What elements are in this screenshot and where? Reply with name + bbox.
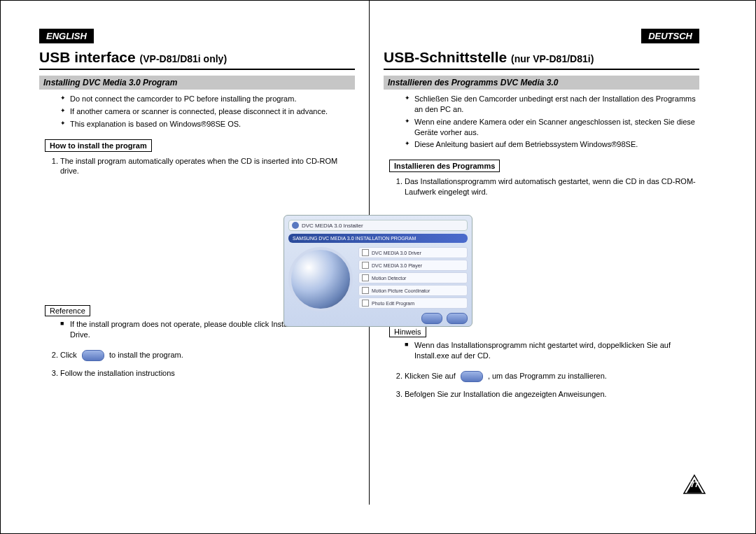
headline-main: USB interface bbox=[39, 49, 136, 65]
bullet-item: Schließen Sie den Camcorder unbedingt er… bbox=[405, 94, 699, 115]
bullet-item: Wenn eine andere Kamera oder ein Scanner… bbox=[405, 117, 699, 138]
section-bar-left: Installing DVC Media 3.0 Program bbox=[39, 76, 355, 90]
step-3: Befolgen Sie zur Installation die angeze… bbox=[405, 389, 699, 400]
subhead-right: Installieren des Programms bbox=[389, 160, 500, 172]
ref-item: Wenn das Installationsprogramm nicht ges… bbox=[405, 340, 699, 361]
intro-bullets-left: Do not connect the camcorder to PC befor… bbox=[39, 94, 355, 129]
step-2: Klicken Sie auf , um das Programm zu ins… bbox=[405, 371, 699, 382]
section-bar-right: Installieren des Programms DVC Media 3.0 bbox=[384, 76, 699, 90]
page-number: 77 bbox=[690, 480, 699, 489]
bullet-item: Diese Anleitung basiert auf dem Betriebs… bbox=[405, 139, 699, 150]
language-tag-english: ENGLISH bbox=[39, 29, 94, 43]
bullet-item: Do not connect the camcorder to PC befor… bbox=[60, 94, 355, 104]
headline-sub: (VP-D81/D81i only) bbox=[140, 53, 227, 64]
steps-left: The install program automatically operat… bbox=[39, 156, 355, 177]
manual-page: ENGLISH USB interface (VP-D81/D81i only)… bbox=[0, 0, 756, 534]
reference-box-left: Reference bbox=[45, 305, 90, 316]
steps-right-cont: Klicken Sie auf , um das Programm zu ins… bbox=[384, 371, 699, 400]
left-column-english: ENGLISH USB interface (VP-D81/D81i only)… bbox=[25, 29, 369, 449]
headline-left: USB interface (VP-D81/D81i only) bbox=[39, 49, 355, 70]
install-button-icon bbox=[82, 350, 104, 361]
reference-bullet-right: Wenn das Installationsprogramm nicht ges… bbox=[384, 340, 699, 361]
step2-text-b: , um das Programm zu installieren. bbox=[488, 372, 607, 380]
step-3: Follow the installation instructions bbox=[60, 368, 355, 379]
step-1: Das Installationsprogramm wird automatis… bbox=[405, 176, 699, 197]
subhead-left: How to install the program bbox=[45, 139, 152, 152]
language-tag-deutsch: DEUTSCH bbox=[641, 29, 699, 43]
two-column-layout: ENGLISH USB interface (VP-D81/D81i only)… bbox=[25, 29, 713, 449]
step2-text-b: to install the program. bbox=[109, 351, 183, 359]
steps-right: Das Installationsprogramm wird automatis… bbox=[384, 176, 699, 197]
step-1: The install program automatically operat… bbox=[60, 156, 355, 177]
bullet-item: If another camera or scanner is connecte… bbox=[60, 106, 355, 117]
intro-bullets-right: Schließen Sie den Camcorder unbedingt er… bbox=[384, 94, 699, 150]
reference-bullet-left: If the install program does not operate,… bbox=[39, 319, 355, 340]
hinweis-box-right: Hinweis bbox=[389, 326, 426, 337]
headline-sub: (nur VP-D81/D81i) bbox=[511, 53, 594, 64]
bullet-item: This explanation is based on Windows®98S… bbox=[60, 119, 355, 129]
install-button-icon bbox=[461, 371, 483, 382]
headline-right: USB-Schnittstelle (nur VP-D81/D81i) bbox=[384, 49, 699, 70]
step2-text-a: Click bbox=[60, 351, 77, 359]
ref-item: If the install program does not operate,… bbox=[60, 319, 355, 340]
page-number-badge: 77 bbox=[682, 474, 706, 495]
step2-text-a: Klicken Sie auf bbox=[405, 372, 456, 380]
right-column-deutsch: DEUTSCH USB-Schnittstelle (nur VP-D81/D8… bbox=[370, 29, 713, 449]
steps-left-cont: Click to install the program. Follow the… bbox=[39, 350, 355, 379]
step-2: Click to install the program. bbox=[60, 350, 355, 361]
headline-main: USB-Schnittstelle bbox=[384, 49, 507, 65]
